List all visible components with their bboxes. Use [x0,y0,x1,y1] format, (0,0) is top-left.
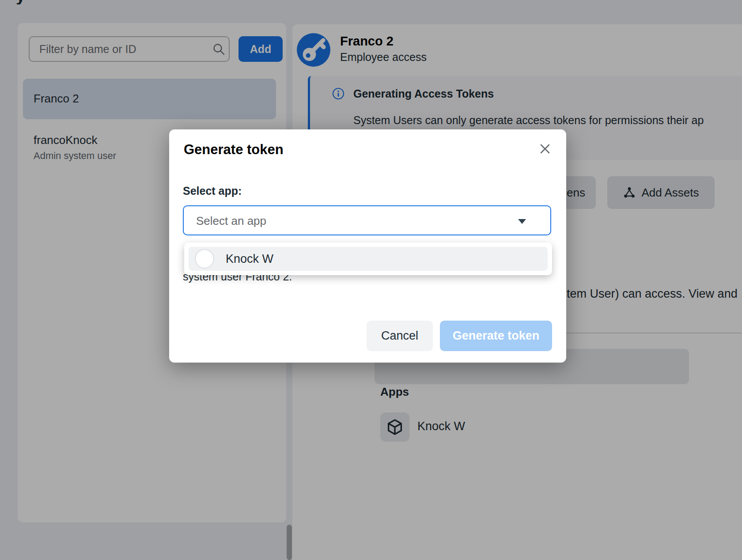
chevron-down-icon [517,218,527,226]
generate-token-modal: Generate token Select app: Select an app… [169,129,566,363]
close-button[interactable] [534,139,556,160]
app-select[interactable]: Select an app [183,205,551,235]
generate-token-submit-button[interactable]: Generate token [440,321,552,351]
system-users-page: y Add Franco 2 francoKnock Admin system … [0,0,742,560]
app-select-dropdown: Knock W [184,242,552,275]
option-label: Knock W [226,252,273,266]
modal-title: Generate token [184,142,284,158]
cancel-button[interactable]: Cancel [367,321,433,351]
select-app-label: Select app: [183,185,242,197]
app-avatar [195,249,214,269]
select-placeholder: Select an app [196,214,266,228]
close-icon [537,141,553,157]
dropdown-option-knock-w[interactable]: Knock W [189,247,548,271]
